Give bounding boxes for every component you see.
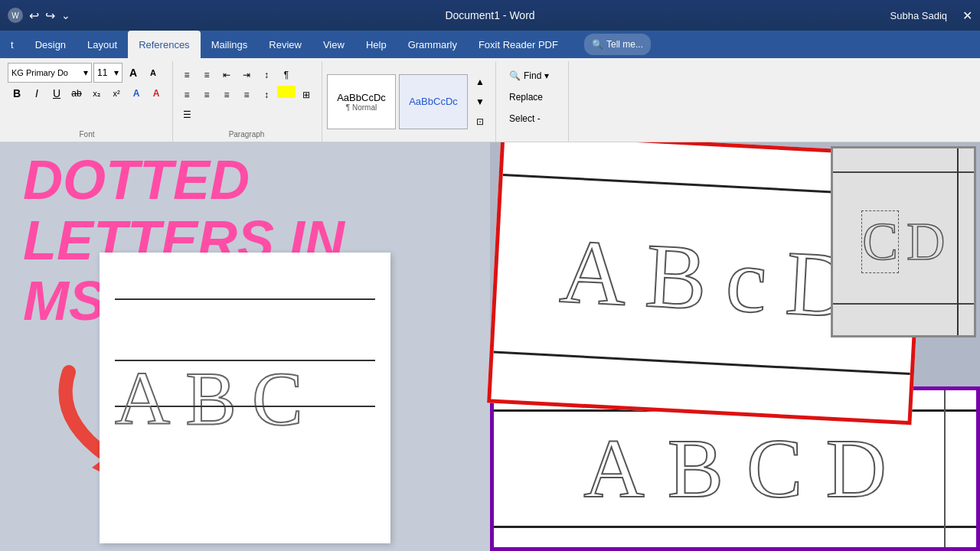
styles-group: AaBbCcDc ¶ Normal AaBbCcDc ▲ ▼ ⊡ <box>324 61 496 142</box>
paragraph-controls: ≡ ≡ ⇤ ⇥ ↕ ¶ ≡ ≡ ≡ ≡ ↕ ⊞ ☰ <box>178 63 315 130</box>
main-letter-B: B <box>643 222 710 331</box>
window-close-icon[interactable]: ✕ <box>962 8 972 23</box>
font-size-dropdown-icon[interactable]: ▾ <box>114 67 119 78</box>
purple-letter-A: A <box>583 420 644 517</box>
increase-indent-btn[interactable]: ⇥ <box>237 66 256 84</box>
align-buttons: ≡ ≡ ≡ ≡ ↕ ⊞ <box>178 86 315 104</box>
paragraph-group: ≡ ≡ ⇤ ⇥ ↕ ¶ ≡ ≡ ≡ ≡ ↕ ⊞ ☰ Paragraph <box>175 61 322 142</box>
tab-design[interactable]: Design <box>24 31 77 58</box>
dark-letter-D: D <box>906 211 946 272</box>
font-group-label: Font <box>79 130 94 140</box>
styles-more-btn[interactable]: ⊡ <box>471 112 489 131</box>
font-row2: B I U ab x₂ x² A A <box>8 84 165 103</box>
find-btn[interactable]: 🔍 Find ▾ <box>504 66 559 86</box>
styles-down-btn[interactable]: ▼ <box>471 93 489 111</box>
replace-btn[interactable]: Replace <box>504 87 559 107</box>
purple-vline <box>944 390 946 547</box>
style-normal-box[interactable]: AaBbCcDc ¶ Normal <box>327 74 396 129</box>
tab-references[interactable]: References <box>128 31 200 58</box>
dark-vline <box>957 148 959 335</box>
select-btn[interactable]: Select - <box>504 109 559 129</box>
indent-buttons: ☰ <box>178 106 315 124</box>
tab-layout[interactable]: Layout <box>77 31 128 58</box>
tab-mailings[interactable]: Mailings <box>201 31 259 58</box>
tab-grammarly[interactable]: Grammarly <box>397 31 468 58</box>
editing-group: 🔍 Find ▾ Replace Select - <box>498 61 569 142</box>
underline-btn[interactable]: U <box>47 84 66 103</box>
align-center-btn[interactable]: ≡ <box>198 86 216 104</box>
tab-home[interactable]: t <box>0 31 24 58</box>
font-color-btn[interactable]: A <box>147 84 165 103</box>
dotted-letter-A: A <box>115 356 170 441</box>
tell-me-label: Tell me... <box>606 39 643 50</box>
thumb-dark: C D <box>831 146 976 337</box>
main-content: DOTTED LETTERS IN MS WORD A <box>0 142 980 551</box>
editing-controls: 🔍 Find ▾ Replace Select - <box>501 63 562 132</box>
overlay-line1: DOTTED <box>23 150 345 210</box>
font-size-selector[interactable]: 11 ▾ <box>93 63 122 83</box>
tab-help[interactable]: Help <box>355 31 397 58</box>
shading-btn[interactable] <box>277 86 296 98</box>
find-dropdown-icon: ▾ <box>544 70 549 81</box>
tab-review[interactable]: Review <box>258 31 312 58</box>
word-document-sheet: A B C <box>100 253 390 543</box>
main-letter-c: c <box>724 227 769 334</box>
styles-up-btn[interactable]: ▲ <box>471 73 489 91</box>
numbered-list-btn[interactable]: ≡ <box>198 66 216 84</box>
style-heading-preview: AaBbCcDc <box>409 96 458 107</box>
dotted-letters-container: A B C <box>115 354 375 442</box>
sort-btn[interactable]: ↕ <box>257 66 276 84</box>
letter-B: B <box>185 354 237 442</box>
style-normal-preview: AaBbCcDc <box>337 92 386 103</box>
border-btn[interactable]: ⊞ <box>297 86 315 104</box>
dark-letters: C D <box>861 210 945 273</box>
customize-btn[interactable]: ⌄ <box>61 9 70 21</box>
font-group: KG Primary Do ▾ 11 ▾ A A B I U ab x₂ x² … <box>5 61 173 142</box>
dark-line-2 <box>833 303 974 305</box>
font-name-label: KG Primary Do <box>11 68 68 77</box>
bold-btn[interactable]: B <box>8 84 26 103</box>
increase-font-btn[interactable]: A <box>124 64 142 82</box>
multilevel-list-btn[interactable]: ☰ <box>178 106 196 124</box>
doc-preview: DOTTED LETTERS IN MS WORD A <box>0 142 490 551</box>
select-label: Select - <box>509 113 541 124</box>
letter-A: A <box>115 354 170 442</box>
italic-btn[interactable]: I <box>28 84 46 103</box>
font-dropdown-icon[interactable]: ▾ <box>83 67 88 78</box>
main-letter-A: A <box>557 218 629 327</box>
strikethrough-btn[interactable]: ab <box>67 84 86 103</box>
user-name: Subha Sadiq <box>890 10 947 21</box>
bullet-list-btn[interactable]: ≡ <box>178 66 196 84</box>
style-normal-label: ¶ Normal <box>346 103 377 112</box>
line-spacing-btn[interactable]: ↕ <box>257 86 276 104</box>
decrease-indent-btn[interactable]: ⇤ <box>217 66 236 84</box>
text-highlight-btn[interactable]: A <box>127 84 145 103</box>
title-bar-right: Subha Sadiq ✕ <box>890 8 972 23</box>
letter-C: C <box>252 354 303 442</box>
dark-line-1 <box>833 171 974 173</box>
undo-btn[interactable]: ↩ <box>29 8 39 23</box>
word-icon: W <box>8 8 23 23</box>
tab-view[interactable]: View <box>312 31 355 58</box>
subscript-btn[interactable]: x₂ <box>87 84 106 103</box>
align-right-btn[interactable]: ≡ <box>217 86 236 104</box>
decrease-font-btn[interactable]: A <box>144 64 162 82</box>
font-selector[interactable]: KG Primary Do ▾ <box>8 63 92 83</box>
styles-nav: ▲ ▼ ⊡ <box>471 73 489 131</box>
style-heading-box[interactable]: AaBbCcDc <box>399 74 468 129</box>
thumbnails-panel: C D A B c D <box>490 142 980 551</box>
align-left-btn[interactable]: ≡ <box>178 86 196 104</box>
guideline-top <box>115 298 375 300</box>
tell-me-box[interactable]: 🔍 Tell me... <box>584 34 651 55</box>
show-marks-btn[interactable]: ¶ <box>277 66 296 84</box>
purple-line-bot <box>494 526 976 528</box>
document-title: Document1 - Word <box>445 9 534 21</box>
align-justify-btn[interactable]: ≡ <box>237 86 256 104</box>
superscript-btn[interactable]: x² <box>107 84 126 103</box>
redo-btn[interactable]: ↪ <box>45 8 55 23</box>
purple-letter-C: C <box>746 420 802 517</box>
title-bar: W ↩ ↪ ⌄ Document1 - Word Subha Sadiq ✕ <box>0 0 980 31</box>
paragraph-group-label: Paragraph <box>229 130 265 140</box>
tab-foxit[interactable]: Foxit Reader PDF <box>468 31 569 58</box>
dark-letter-C: C <box>861 210 899 273</box>
